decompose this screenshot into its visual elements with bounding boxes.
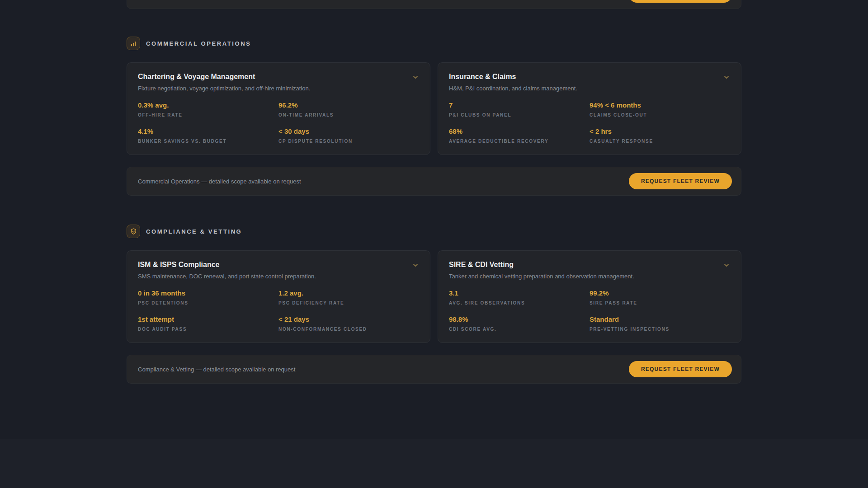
metric-value: 98.8%: [449, 315, 590, 323]
metric-value: Standard: [590, 315, 730, 323]
metric-value: < 21 days: [278, 315, 419, 323]
card-title: ISM & ISPS Compliance: [138, 261, 419, 269]
chevron-down-icon[interactable]: [411, 73, 420, 82]
metric: 1st attempt DOC AUDIT PASS: [138, 315, 278, 332]
previous-section-footer-bar: REQUEST FLEET REVIEW: [127, 0, 741, 9]
card-insurance-claims: Insurance & Claims H&M, P&I coordination…: [438, 62, 741, 155]
metrics-grid: 7 P&I CLUBS ON PANEL 94% < 6 months CLAI…: [449, 101, 730, 144]
footer-note: Commercial Operations — detailed scope a…: [138, 178, 301, 185]
metrics-grid: 0 in 36 months PSC DETENTIONS 1.2 avg. P…: [138, 289, 419, 332]
metric: 7 P&I CLUBS ON PANEL: [449, 101, 590, 117]
section-commercial-operations: COMMERCIAL OPERATIONS Chartering & Voyag…: [127, 37, 741, 196]
metrics-grid: 0.3% avg. OFF-HIRE RATE 96.2% ON-TIME AR…: [138, 101, 419, 144]
metric-label: PSC DETENTIONS: [138, 300, 278, 305]
metric: < 30 days CP DISPUTE RESOLUTION: [278, 127, 419, 144]
metric-label: CDI SCORE AVG.: [449, 327, 590, 332]
request-fleet-review-button[interactable]: REQUEST FLEET REVIEW: [629, 361, 732, 377]
bar-chart-icon: [127, 37, 140, 50]
metric-label: AVERAGE DEDUCTIBLE RECOVERY: [449, 139, 590, 144]
request-fleet-review-button[interactable]: REQUEST FLEET REVIEW: [629, 0, 732, 3]
metric: 68% AVERAGE DEDUCTIBLE RECOVERY: [449, 127, 590, 144]
metric-value: < 2 hrs: [590, 127, 730, 135]
metric: 0.3% avg. OFF-HIRE RATE: [138, 101, 278, 117]
metrics-grid: 3.1 AVG. SIRE OBSERVATIONS 99.2% SIRE PA…: [449, 289, 730, 332]
metric-value: 68%: [449, 127, 590, 135]
metric-label: OFF-HIRE RATE: [138, 113, 278, 117]
metric-label: P&I CLUBS ON PANEL: [449, 113, 590, 117]
section-footer-bar: Compliance & Vetting — detailed scope av…: [127, 355, 741, 384]
metric-value: 1st attempt: [138, 315, 278, 323]
metric: 4.1% BUNKER SAVINGS VS. BUDGET: [138, 127, 278, 144]
chevron-down-icon[interactable]: [722, 261, 731, 270]
card-description: Fixture negotiation, voyage optimization…: [138, 85, 419, 92]
metric-value: 7: [449, 101, 590, 109]
metric: 94% < 6 months CLAIMS CLOSE-OUT: [590, 101, 730, 117]
metric-value: 4.1%: [138, 127, 278, 135]
metric-label: BUNKER SAVINGS VS. BUDGET: [138, 139, 278, 144]
card-description: SMS maintenance, DOC renewal, and port s…: [138, 273, 419, 280]
metric-value: 3.1: [449, 289, 590, 297]
metric-value: 96.2%: [278, 101, 419, 109]
shield-check-icon: [127, 225, 140, 238]
metric-value: < 30 days: [278, 127, 419, 135]
section-title: COMMERCIAL OPERATIONS: [146, 40, 251, 47]
metric: 3.1 AVG. SIRE OBSERVATIONS: [449, 289, 590, 305]
metric-label: PSC DEFICIENCY RATE: [278, 300, 419, 305]
metric-value: 99.2%: [590, 289, 730, 297]
section-header: COMPLIANCE & VETTING: [127, 225, 741, 238]
card-title: Chartering & Voyage Management: [138, 73, 419, 81]
metric: 98.8% CDI SCORE AVG.: [449, 315, 590, 332]
card-sire-cdi-vetting: SIRE & CDI Vetting Tanker and chemical v…: [438, 250, 741, 343]
metric-label: PRE-VETTING INSPECTIONS: [590, 327, 730, 332]
metric-label: ON-TIME ARRIVALS: [278, 113, 419, 117]
metric-value: 94% < 6 months: [590, 101, 730, 109]
cards-grid: Chartering & Voyage Management Fixture n…: [127, 62, 741, 155]
section-compliance-vetting: COMPLIANCE & VETTING ISM & ISPS Complian…: [127, 225, 741, 384]
card-chartering-voyage-management: Chartering & Voyage Management Fixture n…: [127, 62, 430, 155]
metric-label: NON-CONFORMANCES CLOSED: [278, 327, 419, 332]
card-description: H&M, P&I coordination, and claims manage…: [449, 85, 730, 92]
chevron-down-icon[interactable]: [722, 73, 731, 82]
metric-value: 0.3% avg.: [138, 101, 278, 109]
card-description: Tanker and chemical vetting preparation …: [449, 273, 730, 280]
metric: 0 in 36 months PSC DETENTIONS: [138, 289, 278, 305]
metric-label: SIRE PASS RATE: [590, 300, 730, 305]
page-bottom-band: [0, 439, 868, 488]
metric: < 2 hrs CASUALTY RESPONSE: [590, 127, 730, 144]
metric-value: 1.2 avg.: [278, 289, 419, 297]
metric-label: CLAIMS CLOSE-OUT: [590, 113, 730, 117]
section-header: COMMERCIAL OPERATIONS: [127, 37, 741, 50]
card-title: SIRE & CDI Vetting: [449, 261, 730, 269]
metric-label: CASUALTY RESPONSE: [590, 139, 730, 144]
request-fleet-review-button[interactable]: REQUEST FLEET REVIEW: [629, 173, 732, 189]
metric-label: CP DISPUTE RESOLUTION: [278, 139, 419, 144]
chevron-down-icon[interactable]: [411, 261, 420, 270]
section-footer-bar: Commercial Operations — detailed scope a…: [127, 167, 741, 196]
metric: 99.2% SIRE PASS RATE: [590, 289, 730, 305]
metric: < 21 days NON-CONFORMANCES CLOSED: [278, 315, 419, 332]
metric-value: 0 in 36 months: [138, 289, 278, 297]
metric-label: AVG. SIRE OBSERVATIONS: [449, 300, 590, 305]
footer-note: Compliance & Vetting — detailed scope av…: [138, 366, 295, 373]
card-title: Insurance & Claims: [449, 73, 730, 81]
content-container: REQUEST FLEET REVIEW COMMERCIAL OPERATIO…: [127, 0, 741, 384]
metric-label: DOC AUDIT PASS: [138, 327, 278, 332]
metric: 1.2 avg. PSC DEFICIENCY RATE: [278, 289, 419, 305]
metric: 96.2% ON-TIME ARRIVALS: [278, 101, 419, 117]
metric: Standard PRE-VETTING INSPECTIONS: [590, 315, 730, 332]
cards-grid: ISM & ISPS Compliance SMS maintenance, D…: [127, 250, 741, 343]
section-title: COMPLIANCE & VETTING: [146, 228, 242, 235]
card-ism-isps-compliance: ISM & ISPS Compliance SMS maintenance, D…: [127, 250, 430, 343]
